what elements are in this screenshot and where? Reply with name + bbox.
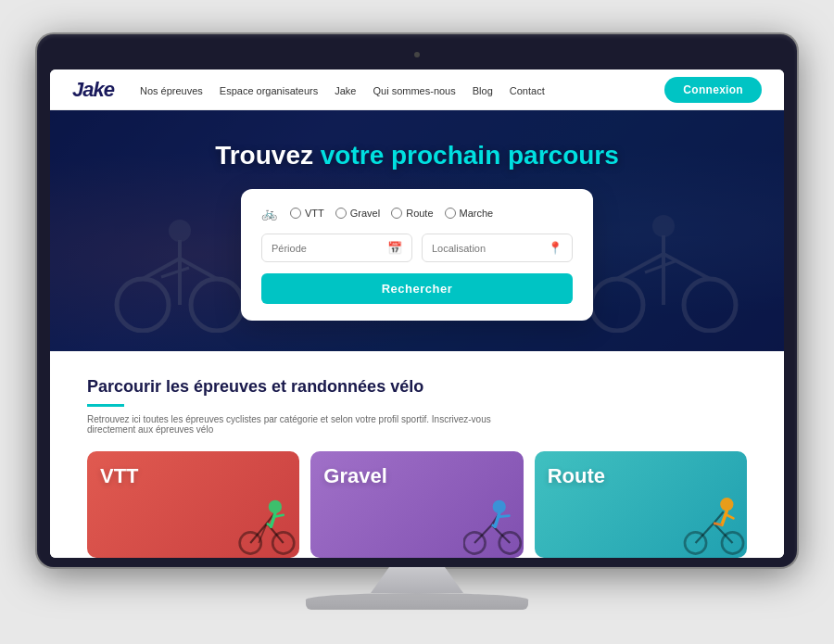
svg-point-40 [720, 498, 733, 511]
cyclist-route-figure [682, 484, 747, 558]
svg-point-31 [492, 500, 505, 513]
monitor-neck [371, 567, 463, 593]
radio-label-gravel: Gravel [350, 208, 380, 219]
radio-input-marche[interactable] [445, 208, 456, 219]
monitor-wrapper: Jake Nos épreuves Espace organisateurs J… [37, 34, 797, 610]
monitor-screen: Jake Nos épreuves Espace organisateurs J… [50, 69, 784, 558]
card-label-route: Route [548, 464, 605, 488]
svg-line-33 [491, 524, 495, 526]
card-label-gravel: Gravel [323, 464, 387, 488]
localisation-input[interactable] [432, 243, 540, 254]
hero-content: Trouvez votre prochain parcours 🚲 VTT [50, 141, 784, 321]
radio-marche[interactable]: Marche [445, 208, 494, 219]
navbar: Jake Nos épreuves Espace organisateurs J… [50, 69, 784, 110]
calendar-icon: 📅 [387, 241, 402, 255]
section-title: Parcourir les épreuves et randonnées vél… [87, 377, 747, 397]
localisation-field-wrap: 📍 [422, 234, 573, 262]
svg-line-28 [474, 524, 492, 543]
camera-dot [414, 52, 420, 57]
search-box: 🚲 VTT Gravel Route [241, 189, 593, 321]
radio-gravel[interactable]: Gravel [335, 208, 380, 219]
cyclist-vtt-figure [234, 484, 299, 558]
category-card-vtt[interactable]: VTT [87, 451, 299, 558]
section-divider [87, 404, 124, 407]
nav-links: Nos épreuves Espace organisateurs Jake Q… [140, 82, 664, 98]
monitor-body: Jake Nos épreuves Espace organisateurs J… [37, 34, 797, 567]
search-button[interactable]: Rechercher [261, 273, 573, 304]
nav-link-contact[interactable]: Contact [510, 85, 545, 96]
svg-line-25 [275, 515, 284, 517]
connexion-button[interactable]: Connexion [664, 77, 762, 103]
radio-input-vtt[interactable] [290, 208, 301, 219]
svg-line-34 [499, 516, 509, 517]
nav-link-qui-sommes-nous[interactable]: Qui sommes-nous [373, 85, 455, 96]
radio-label-vtt: VTT [305, 208, 324, 219]
radio-label-marche: Marche [460, 208, 494, 219]
nav-link-nos-epreuves[interactable]: Nos épreuves [140, 85, 203, 96]
location-icon: 📍 [548, 241, 562, 255]
section-description: Retrouvez ici toutes les épreuves cyclis… [87, 414, 532, 435]
category-card-gravel[interactable]: Gravel [310, 451, 523, 558]
hero-title: Trouvez votre prochain parcours [50, 141, 784, 170]
category-cards: VTT [87, 451, 747, 558]
monitor-top-bar [50, 47, 784, 62]
nav-link-blog[interactable]: Blog [473, 85, 493, 96]
nav-link-espace-organisateurs[interactable]: Espace organisateurs [220, 85, 318, 96]
categories-section: Parcourir les épreuves et randonnées vél… [50, 351, 784, 558]
hero-section: Trouvez votre prochain parcours 🚲 VTT [50, 110, 784, 351]
radio-input-route[interactable] [391, 208, 402, 219]
svg-line-43 [727, 515, 733, 519]
radio-input-gravel[interactable] [335, 208, 347, 219]
monitor-base [306, 593, 528, 610]
radio-route[interactable]: Route [391, 208, 433, 219]
radio-vtt[interactable]: VTT [290, 208, 324, 219]
svg-line-42 [714, 524, 722, 525]
radio-label-route: Route [406, 208, 433, 219]
nav-link-jake[interactable]: Jake [335, 85, 356, 96]
site-logo: Jake [72, 78, 114, 102]
category-card-route[interactable]: Route [535, 451, 747, 558]
svg-line-23 [272, 513, 275, 526]
hero-title-white: Trouvez [215, 141, 321, 170]
bike-icon: 🚲 [261, 206, 277, 221]
svg-line-32 [495, 513, 499, 526]
card-label-vtt: VTT [100, 464, 139, 488]
hero-title-accent: votre prochain parcours [321, 141, 619, 170]
radio-group: 🚲 VTT Gravel Route [261, 206, 573, 221]
cyclist-gravel-figure [463, 484, 524, 558]
svg-point-22 [269, 500, 282, 513]
search-fields: 📅 📍 [261, 234, 573, 262]
periode-field-wrap: 📅 [261, 234, 412, 262]
periode-input[interactable] [272, 243, 380, 254]
